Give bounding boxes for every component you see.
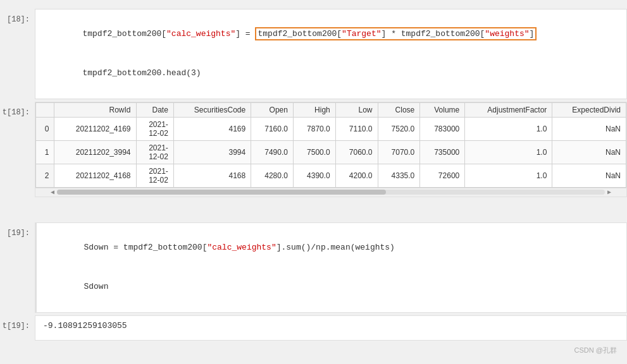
col-header-close: Close <box>378 102 420 117</box>
row-2-date: 2021-12-02 <box>136 164 173 187</box>
dataframe-table: RowId Date SecuritiesCode Open High Low … <box>35 102 626 188</box>
table-row: 2 20211202_4168 2021-12-02 4168 4280.0 4… <box>36 164 626 187</box>
code-line-2: tmpdf2_bottom200.head(3) <box>43 54 619 93</box>
col-header-volume: Volume <box>420 102 465 117</box>
cell-in-18-content[interactable]: tmpdf2_bottom200["calc_weights"] = tmpdf… <box>35 9 627 99</box>
col-header-date: Date <box>136 102 173 117</box>
scroll-right-arrow[interactable]: ▶ <box>605 188 614 196</box>
output-value: -9.10891259103055 <box>35 316 626 336</box>
row-1-adj-factor: 1.0 <box>465 140 552 164</box>
row-2-adj-factor: 1.0 <box>465 164 552 187</box>
cell-in-19-label: [19]: <box>0 222 35 313</box>
row-1-low: 7060.0 <box>335 140 378 164</box>
row-1-idx: 1 <box>36 140 54 164</box>
row-2-close: 4335.0 <box>378 164 420 187</box>
attribution: CSDN @孔群 <box>0 343 627 358</box>
row-0-rowid: 20211202_4169 <box>54 117 136 140</box>
cell-out-19-content: -9.10891259103055 <box>35 315 627 341</box>
col-header-adjustment-factor: AdjustmentFactor <box>465 102 552 117</box>
row-2-exp-divid: NaN <box>552 164 626 187</box>
row-0-idx: 0 <box>36 117 54 140</box>
code-prefix: tmpdf2_bottom200["calc_weights"] = <box>82 29 255 39</box>
table-row: 0 20211202_4169 2021-12-02 4169 7160.0 7… <box>36 117 626 140</box>
scroll-left-arrow[interactable]: ◀ <box>48 188 57 196</box>
col-header-securities-code: SecuritiesCode <box>173 102 251 117</box>
table-row: 1 20211202_3994 2021-12-02 3994 7490.0 7… <box>36 140 626 164</box>
row-0-exp-divid: NaN <box>552 117 626 140</box>
cell-in-18-label: [18]: <box>0 9 35 99</box>
col-header-rowid: RowId <box>54 102 136 117</box>
row-2-rowid: 20211202_4168 <box>54 164 136 187</box>
row-0-securities-code: 4169 <box>173 117 251 140</box>
row-0-adj-factor: 1.0 <box>465 117 552 140</box>
scrollbar-thumb[interactable] <box>57 190 386 195</box>
row-0-low: 7110.0 <box>335 117 378 140</box>
row-1-open: 7490.0 <box>251 140 294 164</box>
row-1-securities-code: 3994 <box>173 140 251 164</box>
col-header-high: High <box>293 102 335 117</box>
row-2-idx: 2 <box>36 164 54 187</box>
col-header-low: Low <box>335 102 378 117</box>
row-1-date: 2021-12-02 <box>136 140 173 164</box>
row-2-high: 4390.0 <box>293 164 335 187</box>
cell-out-18-label: t[18]: <box>0 102 35 197</box>
row-0-volume: 783000 <box>420 117 465 140</box>
code-line-1: tmpdf2_bottom200["calc_weights"] = tmpdf… <box>43 15 619 54</box>
code-line-19-1: Sdown = tmpdf2_bottom200["calc_weights"]… <box>44 228 619 267</box>
row-0-close: 7520.0 <box>378 117 420 140</box>
col-header-expected-divid: ExpectedDivid <box>552 102 626 117</box>
code-line-19-2: Sdown <box>44 267 619 306</box>
horizontal-scrollbar[interactable]: ◀ ▶ <box>35 188 626 197</box>
notebook: [18]: tmpdf2_bottom200["calc_weights"] =… <box>0 0 627 364</box>
row-0-open: 7160.0 <box>251 117 294 140</box>
row-2-open: 4280.0 <box>251 164 294 187</box>
row-2-low: 4200.0 <box>335 164 378 187</box>
highlighted-assignment: tmpdf2_bottom200["Target"] * tmpdf2_bott… <box>255 27 537 40</box>
col-header-index <box>36 102 54 117</box>
row-1-close: 7070.0 <box>378 140 420 164</box>
row-0-date: 2021-12-02 <box>136 117 173 140</box>
row-1-high: 7500.0 <box>293 140 335 164</box>
row-2-securities-code: 4168 <box>173 164 251 187</box>
cell-out-19: t[19]: -9.10891259103055 <box>0 315 627 341</box>
row-0-high: 7870.0 <box>293 117 335 140</box>
cell-in-19: [19]: Sdown = tmpdf2_bottom200["calc_wei… <box>0 222 627 313</box>
cell-out-19-label: t[19]: <box>0 315 35 341</box>
cell-in-18: [18]: tmpdf2_bottom200["calc_weights"] =… <box>0 9 627 99</box>
col-header-open: Open <box>251 102 294 117</box>
scrollbar-track[interactable] <box>57 190 605 195</box>
cell-in-19-content[interactable]: Sdown = tmpdf2_bottom200["calc_weights"]… <box>35 222 627 313</box>
cell-out-18: t[18]: RowId Date SecuritiesCode Open Hi… <box>0 102 627 197</box>
cell-out-18-content: RowId Date SecuritiesCode Open High Low … <box>35 102 627 197</box>
row-1-exp-divid: NaN <box>552 140 626 164</box>
row-1-rowid: 20211202_3994 <box>54 140 136 164</box>
row-2-volume: 72600 <box>420 164 465 187</box>
row-1-volume: 735000 <box>420 140 465 164</box>
